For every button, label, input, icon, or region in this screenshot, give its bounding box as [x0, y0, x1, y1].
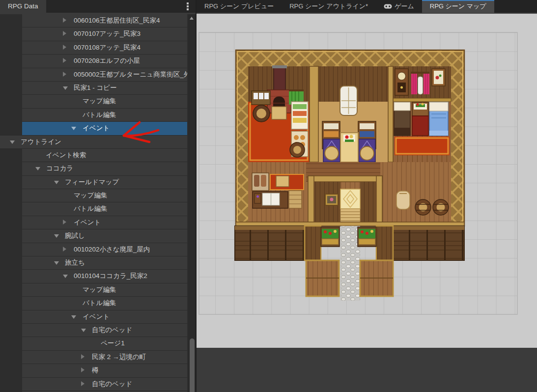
app-window: { "left_panel": { "tab_title": "RPG Data…: [0, 0, 537, 392]
bottom-dark-strip: [197, 348, 537, 392]
bedroom: [393, 69, 451, 155]
tree-item-label: マップ編集: [83, 283, 187, 296]
tree-item[interactable]: 0070107アッテ_民家3: [22, 28, 187, 41]
triangle-collapsed-icon[interactable]: [63, 58, 66, 63]
tree-scrollbar[interactable]: [188, 14, 196, 392]
tab-active-3[interactable]: RPG シーン マップ: [422, 0, 494, 13]
tree-item[interactable]: イベント: [22, 310, 187, 324]
tree-item[interactable]: 0070108アッテ_民家4: [22, 41, 187, 55]
tree-item[interactable]: バトル編集: [22, 202, 187, 216]
triangle-collapsed-icon[interactable]: [63, 18, 66, 23]
tree-item[interactable]: 民家 2 →辺境の町: [22, 351, 187, 364]
tree-item-label: 0070107アッテ_民家3: [74, 28, 187, 40]
tree-item-label: マップ編集: [74, 189, 187, 202]
tree-item[interactable]: マップ編集: [22, 283, 187, 297]
tab-label: RPG シーン プレビュー: [204, 2, 274, 11]
triangle-expanded-icon[interactable]: [63, 275, 68, 278]
triangle-expanded-icon[interactable]: [54, 181, 59, 184]
triangle-collapsed-icon[interactable]: [81, 354, 85, 359]
tree-item-label: ページ1: [101, 337, 187, 350]
triangle-expanded-icon[interactable]: [71, 315, 76, 319]
triangle-expanded-icon[interactable]: [35, 167, 40, 170]
tree-item-label: バトル編集: [83, 109, 187, 121]
tree-item-label: イベント: [83, 310, 187, 323]
triangle-expanded-icon[interactable]: [10, 140, 15, 144]
tree-item[interactable]: 自宅のベッド: [22, 378, 187, 391]
triangle-collapsed-icon[interactable]: [81, 367, 85, 372]
scroll-up-arrow-icon[interactable]: [190, 17, 194, 20]
tree-item-label: バトル編集: [83, 297, 187, 309]
tab-rpg-data[interactable]: RPG Data: [0, 0, 46, 13]
triangle-expanded-icon[interactable]: [63, 86, 68, 90]
gamepad-icon: [384, 3, 392, 9]
tree-item[interactable]: フィールドマップ: [22, 176, 187, 189]
tree-item[interactable]: イベント検索: [22, 149, 187, 162]
triangle-collapsed-icon[interactable]: [63, 72, 66, 77]
flower-box-right: [358, 227, 376, 247]
tree-item[interactable]: バトル編集: [22, 297, 187, 310]
tree-item-label: 自宅のベッド: [92, 378, 187, 391]
rpg-data-tabbar: RPG Data: [0, 0, 196, 14]
tree-item-label: 0070208エルフの小屋: [74, 55, 187, 67]
tree-item[interactable]: 樽: [22, 364, 187, 377]
tree-item-label: 民家1 - コピー: [74, 82, 187, 94]
map-canvas[interactable]: [197, 14, 537, 348]
tree-item-label: 0050002王都ブルターニュ商業街区_外: [74, 68, 187, 81]
triangle-collapsed-icon[interactable]: [63, 247, 66, 252]
tree-item-label: 腕試し: [65, 229, 187, 242]
scene-tabbar: RPG シーン プレビューRPG シーン アウトライン*ゲームRPG シーン マ…: [197, 0, 537, 14]
tree-item-label: 自宅のベッド: [92, 324, 187, 336]
tree-item[interactable]: イベント: [22, 216, 187, 229]
triangle-collapsed-icon[interactable]: [63, 220, 66, 224]
rpg-data-panel: RPG Data 0060106王都居住街区_民家40070107アッテ_民家3…: [0, 0, 197, 392]
tree-item[interactable]: 0010202小さな廃屋_屋内: [22, 243, 187, 256]
tree-item-label: イベント検索: [46, 149, 187, 162]
tree-item-label: 樽: [92, 364, 187, 377]
triangle-expanded-icon[interactable]: [54, 261, 59, 265]
tree-item-label: バトル編集: [74, 202, 187, 215]
tree-item-label: 0010202小さな廃屋_屋内: [74, 243, 187, 256]
kebab-menu-icon[interactable]: [187, 2, 189, 11]
tree-item[interactable]: 0050002王都ブルターニュ商業街区_外: [22, 68, 187, 82]
tree-item-label: イベント: [74, 216, 187, 229]
flower-box-left: [321, 227, 339, 247]
triangle-expanded-icon[interactable]: [54, 234, 59, 238]
tree-item[interactable]: 自宅のベッド: [22, 324, 187, 337]
tree-item-label: マップ編集: [83, 95, 187, 108]
tree-item[interactable]: イベント: [22, 122, 187, 135]
tree-item-label: イベント: [83, 122, 187, 135]
tab-2[interactable]: ゲーム: [376, 0, 422, 13]
scene-map-panel: RPG シーン プレビューRPG シーン アウトライン*ゲームRPG シーン マ…: [197, 0, 537, 392]
tree-item-label: ココカラ: [46, 162, 187, 175]
tree-item[interactable]: マップ編集: [22, 95, 187, 108]
tree-item[interactable]: 0010104ココカラ_民家2: [22, 270, 187, 283]
tree-item[interactable]: アウトライン: [0, 136, 187, 149]
triangle-expanded-icon[interactable]: [71, 127, 76, 130]
tab-0[interactable]: RPG シーン プレビュー: [197, 0, 282, 13]
triangle-collapsed-icon[interactable]: [63, 45, 66, 50]
tree-item[interactable]: 旅立ち: [22, 256, 187, 270]
tree-item[interactable]: ページ1: [22, 337, 187, 350]
tree-item-label: 民家 2 →辺境の町: [92, 351, 187, 364]
triangle-collapsed-icon[interactable]: [81, 381, 85, 386]
tree-item-label: 0010104ココカラ_民家2: [74, 270, 187, 282]
tree-item[interactable]: マップ編集: [22, 189, 187, 202]
triangle-collapsed-icon[interactable]: [63, 31, 66, 36]
triangle-expanded-icon[interactable]: [81, 329, 86, 332]
tree-item[interactable]: 0060106王都居住街区_民家4: [22, 14, 187, 28]
tree-item-label: 旅立ち: [65, 256, 187, 269]
tree-item-label: アウトライン: [21, 136, 187, 148]
tree-item[interactable]: 腕試し: [22, 229, 187, 243]
tree-item[interactable]: バトル編集: [22, 109, 187, 122]
tree-item-label: フィールドマップ: [65, 176, 187, 189]
tab-1[interactable]: RPG シーン アウトライン*: [282, 0, 376, 13]
tree-item[interactable]: 0070208エルフの小屋: [22, 55, 187, 68]
scrollbar-thumb[interactable]: [190, 338, 195, 392]
tab-label: RPG シーン マップ: [430, 2, 486, 11]
tree-item-label: 0060106王都居住街区_民家4: [74, 14, 187, 27]
rpg-data-tree: 0060106王都居住街区_民家40070107アッテ_民家30070108アッ…: [0, 14, 187, 392]
stone-path: [340, 226, 360, 301]
tab-label: ゲーム: [395, 2, 414, 11]
tree-item[interactable]: ココカラ: [22, 162, 187, 175]
tree-item[interactable]: 民家1 - コピー: [22, 82, 187, 95]
